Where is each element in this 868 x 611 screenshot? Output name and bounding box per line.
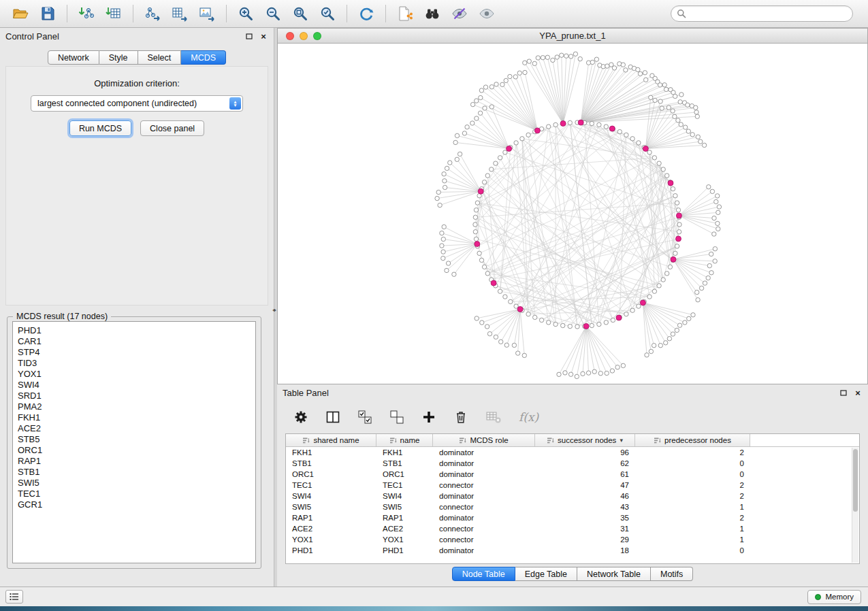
- tab-select[interactable]: Select: [138, 50, 182, 65]
- table-row[interactable]: FKH1FKH1dominator962: [286, 447, 859, 458]
- delete-rows-button[interactable]: [453, 410, 468, 425]
- cell-name: STB1: [376, 459, 433, 467]
- search-network-button[interactable]: [421, 3, 443, 24]
- tab-network[interactable]: Network: [48, 50, 99, 65]
- table-settings-button[interactable]: [293, 410, 308, 425]
- share-document-button[interactable]: [394, 3, 416, 24]
- hide-elements-button[interactable]: [449, 3, 470, 24]
- mcds-result-item[interactable]: STP4: [18, 347, 251, 358]
- toolbar-separator: [347, 5, 347, 22]
- sort-icon: [654, 437, 661, 444]
- show-elements-button[interactable]: [476, 3, 498, 24]
- mcds-result-item[interactable]: YOX1: [18, 369, 251, 380]
- zoom-in-button[interactable]: [235, 3, 257, 24]
- network-search-field[interactable]: [671, 5, 853, 22]
- cell-successor-nodes: 47: [535, 481, 635, 489]
- tab-mcds[interactable]: MCDS: [181, 50, 226, 65]
- table-row[interactable]: ACE2ACE2connector311: [286, 523, 859, 534]
- mcds-result-item[interactable]: RAP1: [18, 456, 251, 467]
- mcds-result-item[interactable]: SRD1: [18, 391, 251, 401]
- column-header-shared-name[interactable]: shared name: [286, 434, 376, 446]
- mcds-result-item[interactable]: FKH1: [18, 412, 251, 423]
- table-panel-title: Table Panel: [283, 388, 329, 398]
- table-row[interactable]: YOX1YOX1connector291: [286, 534, 859, 545]
- deselect-all-button[interactable]: [389, 410, 404, 425]
- mcds-result-item[interactable]: CAR1: [18, 336, 251, 347]
- mcds-result-item[interactable]: SWI5: [18, 478, 251, 489]
- table-row[interactable]: PHD1PHD1dominator180: [286, 545, 859, 556]
- open-file-button[interactable]: [10, 3, 31, 24]
- sort-icon: [459, 437, 466, 444]
- export-table-button[interactable]: [169, 3, 191, 24]
- network-window-titlebar[interactable]: YPA_prune.txt_1: [278, 29, 867, 44]
- table-scrollbar[interactable]: [852, 448, 858, 563]
- table-toolbar: f(x): [285, 403, 860, 431]
- tab-style[interactable]: Style: [99, 50, 138, 65]
- column-header-mcds-role[interactable]: MCDS role: [433, 434, 535, 446]
- minimize-window-button[interactable]: [300, 32, 308, 40]
- import-table-button[interactable]: [103, 3, 125, 24]
- memory-button[interactable]: Memory: [807, 590, 861, 604]
- zoom-window-button[interactable]: [313, 32, 321, 40]
- mcds-result-item[interactable]: STB5: [18, 434, 251, 445]
- mcds-result-item[interactable]: PMA2: [18, 401, 251, 412]
- zoom-out-button[interactable]: [262, 3, 284, 24]
- toolbar-separator: [385, 5, 386, 22]
- application-window: Control Panel × NetworkStyleSelectMCDS O…: [0, 0, 868, 611]
- mcds-result-list[interactable]: PHD1CAR1STP4TID3YOX1SWI4SRD1PMA2FKH1ACE2…: [12, 321, 256, 563]
- column-header-name[interactable]: name: [376, 434, 433, 446]
- float-panel-icon[interactable]: [244, 31, 254, 41]
- column-header-predecessor-nodes[interactable]: predecessor nodes: [635, 434, 750, 446]
- table-row[interactable]: ORC1ORC1dominator610: [286, 469, 859, 480]
- close-panel-button[interactable]: Close panel: [140, 120, 204, 136]
- search-input[interactable]: [690, 9, 847, 18]
- mcds-result-item[interactable]: SWI4: [18, 380, 251, 391]
- zoom-fit-button[interactable]: [289, 3, 311, 24]
- run-mcds-button[interactable]: Run MCDS: [69, 120, 131, 136]
- export-network-button[interactable]: [142, 3, 163, 24]
- mcds-result-item[interactable]: TID3: [18, 358, 251, 369]
- column-header-successor-nodes[interactable]: successor nodes▾: [535, 434, 635, 446]
- select-all-button[interactable]: [357, 410, 372, 425]
- close-window-button[interactable]: [286, 32, 294, 40]
- table-scrollbar-thumb[interactable]: [853, 449, 858, 512]
- task-history-button[interactable]: [5, 590, 23, 604]
- mcds-result-item[interactable]: ACE2: [18, 423, 251, 434]
- table-row[interactable]: TEC1TEC1connector472: [286, 480, 859, 491]
- save-session-button[interactable]: [37, 3, 59, 24]
- import-network-button[interactable]: [76, 3, 97, 24]
- refresh-button[interactable]: [355, 3, 377, 24]
- show-columns-button[interactable]: [325, 410, 340, 425]
- network-canvas[interactable]: [278, 44, 867, 384]
- table-row[interactable]: SWI4SWI4dominator462: [286, 491, 859, 501]
- search-icon: [677, 9, 686, 18]
- mcds-result-item[interactable]: ORC1: [18, 445, 251, 456]
- close-table-panel-icon[interactable]: ×: [853, 388, 863, 397]
- function-builder-button[interactable]: f(x): [519, 410, 539, 424]
- add-row-button[interactable]: [421, 410, 436, 425]
- mcds-result-item[interactable]: GCR1: [18, 499, 251, 510]
- zoom-selected-icon: [319, 5, 336, 22]
- cell-shared-name: TEC1: [286, 481, 376, 489]
- mcds-result-item[interactable]: PHD1: [18, 325, 251, 336]
- table-row[interactable]: SWI5SWI5connector431: [286, 501, 859, 512]
- tab-network-table[interactable]: Network Table: [577, 567, 651, 581]
- node-table-body: FKH1FKH1dominator962STB1STB1dominator620…: [286, 447, 859, 556]
- table-row[interactable]: RAP1RAP1dominator352: [286, 512, 859, 523]
- control-panel-header: Control Panel ×: [0, 28, 274, 44]
- mcds-result-item[interactable]: TEC1: [18, 489, 251, 499]
- mcds-result-item[interactable]: STB1: [18, 467, 251, 478]
- tab-motifs[interactable]: Motifs: [651, 567, 693, 581]
- tab-node-table[interactable]: Node Table: [452, 567, 515, 581]
- cell-successor-nodes: 96: [535, 448, 635, 457]
- zoom-selected-button[interactable]: [317, 3, 338, 24]
- tab-edge-table[interactable]: Edge Table: [515, 567, 577, 581]
- close-panel-icon[interactable]: ×: [259, 31, 268, 41]
- splitter-handle-icon[interactable]: ◂▸: [272, 307, 275, 313]
- criterion-dropdown[interactable]: largest connected component (undirected)…: [31, 95, 243, 112]
- zoom-out-icon: [265, 5, 281, 22]
- cell-shared-name: SWI4: [286, 492, 376, 500]
- float-table-panel-icon[interactable]: [839, 388, 848, 397]
- table-row[interactable]: STB1STB1dominator620: [286, 458, 859, 469]
- export-image-button[interactable]: [196, 3, 218, 24]
